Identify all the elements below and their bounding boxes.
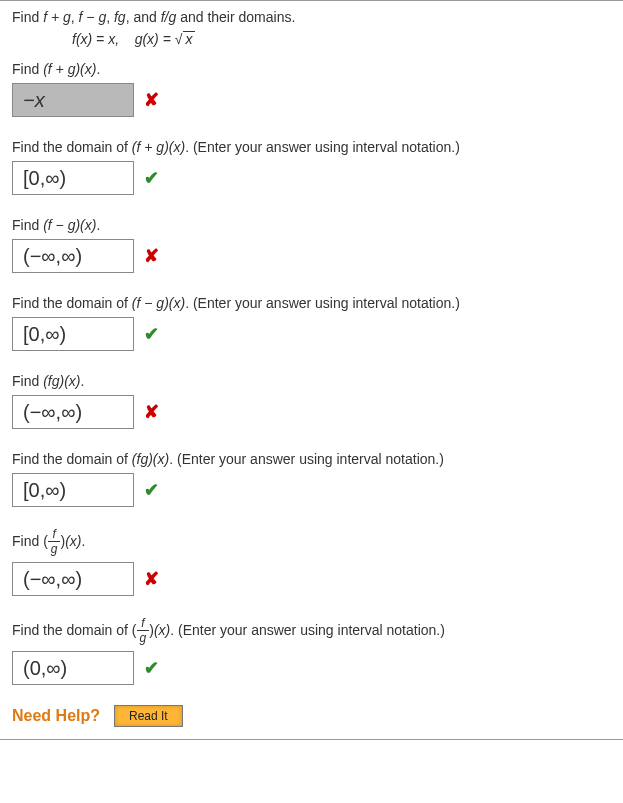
answer-row: [0,∞)✔ xyxy=(12,473,611,507)
prompt-math: (f + g)(x) xyxy=(43,61,96,77)
answer-input[interactable]: [0,∞) xyxy=(12,317,134,351)
prompt: Find the domain of (fg)(x). (Enter your … xyxy=(12,451,611,467)
prompt-suffix: . (Enter your answer using interval nota… xyxy=(170,622,445,638)
question-part: Find (f − g)(x).(−∞,∞)✘ xyxy=(12,217,611,273)
prompt-math: (f − g)(x) xyxy=(132,295,185,311)
prompt: Find (f + g)(x). xyxy=(12,61,611,77)
prompt-math: (f + g)(x) xyxy=(132,139,185,155)
function-definitions: f(x) = x, g(x) = √x xyxy=(12,31,611,47)
answer-input[interactable]: (−∞,∞) xyxy=(12,562,134,596)
prompt-prefix: Find xyxy=(12,533,43,549)
question-part: Find (f + g)(x).−x✘ xyxy=(12,61,611,117)
x-icon: ✘ xyxy=(144,568,159,590)
answer-input[interactable]: (0,∞) xyxy=(12,651,134,685)
check-icon: ✔ xyxy=(144,479,159,501)
prompt-suffix: . xyxy=(81,533,85,549)
prompt-suffix: . (Enter your answer using interval nota… xyxy=(185,139,460,155)
fraction-f-over-g: fg xyxy=(137,617,150,644)
text: , and xyxy=(126,9,161,25)
text: and their domains. xyxy=(180,9,295,25)
answer-input[interactable]: [0,∞) xyxy=(12,161,134,195)
prompt-suffix: . (Enter your answer using interval nota… xyxy=(185,295,460,311)
prompt-prefix: Find the domain of xyxy=(12,622,132,638)
prompt-math: (fg)(x) xyxy=(132,451,169,467)
need-help-label: Need Help? xyxy=(12,707,100,725)
prompt-math-tail: (x) xyxy=(154,622,170,638)
prompt-suffix: . xyxy=(80,373,84,389)
question-part: Find the domain of (fg)(x). (Enter your … xyxy=(12,451,611,507)
question-part: Find (fg)(x).(−∞,∞)✘ xyxy=(12,529,611,596)
prompt: Find the domain of (fg)(x). (Enter your … xyxy=(12,618,611,645)
prompt: Find (fg)(x). xyxy=(12,529,611,556)
prompt-prefix: Find xyxy=(12,217,43,233)
expr-fminusg: f − g xyxy=(79,9,107,25)
answer-row: (−∞,∞)✘ xyxy=(12,395,611,429)
text: , xyxy=(71,9,79,25)
prompt-prefix: Find xyxy=(12,61,43,77)
fraction-f-over-g: fg xyxy=(48,528,61,555)
expr-foverg: f/g xyxy=(161,9,177,25)
answer-row: (−∞,∞)✘ xyxy=(12,562,611,596)
question-part: Find the domain of (f + g)(x). (Enter yo… xyxy=(12,139,611,195)
question-part: Find (fg)(x).(−∞,∞)✘ xyxy=(12,373,611,429)
check-icon: ✔ xyxy=(144,323,159,345)
expr-fplusg: f + g xyxy=(43,9,71,25)
fraction-numerator: f xyxy=(137,617,150,631)
question-part: Find the domain of (fg)(x). (Enter your … xyxy=(12,618,611,685)
radicand: x xyxy=(183,31,195,46)
question-container: Find f + g, f − g, fg, and f/g and their… xyxy=(0,0,623,740)
answer-row: (0,∞)✔ xyxy=(12,651,611,685)
answer-row: −x✘ xyxy=(12,83,611,117)
answer-input[interactable]: (−∞,∞) xyxy=(12,239,134,273)
prompt-suffix: . xyxy=(96,217,100,233)
answer-row: [0,∞)✔ xyxy=(12,317,611,351)
help-row: Need Help? Read It xyxy=(12,705,611,727)
prompt-prefix: Find the domain of xyxy=(12,451,132,467)
answer-row: (−∞,∞)✘ xyxy=(12,239,611,273)
prompt-math-tail: (x) xyxy=(65,533,81,549)
prompt-math: (f − g)(x) xyxy=(43,217,96,233)
answer-row: [0,∞)✔ xyxy=(12,161,611,195)
text: Find xyxy=(12,9,43,25)
answer-input[interactable]: −x xyxy=(12,83,134,117)
prompt: Find the domain of (f + g)(x). (Enter yo… xyxy=(12,139,611,155)
answer-input[interactable]: (−∞,∞) xyxy=(12,395,134,429)
prompt: Find (fg)(x). xyxy=(12,373,611,389)
prompt-math: (fg)(x) xyxy=(43,373,80,389)
check-icon: ✔ xyxy=(144,167,159,189)
g-def-prefix: g(x) = xyxy=(135,31,175,47)
prompt: Find the domain of (f − g)(x). (Enter yo… xyxy=(12,295,611,311)
text: , xyxy=(106,9,114,25)
fraction-denominator: g xyxy=(48,542,61,555)
x-icon: ✘ xyxy=(144,89,159,111)
fraction-denominator: g xyxy=(137,631,150,644)
answer-input[interactable]: [0,∞) xyxy=(12,473,134,507)
fraction-numerator: f xyxy=(48,528,61,542)
f-def: f(x) = x, xyxy=(72,31,119,47)
prompt-prefix: Find the domain of xyxy=(12,139,132,155)
check-icon: ✔ xyxy=(144,657,159,679)
x-icon: ✘ xyxy=(144,245,159,267)
intro-line: Find f + g, f − g, fg, and f/g and their… xyxy=(12,9,611,25)
question-part: Find the domain of (f − g)(x). (Enter yo… xyxy=(12,295,611,351)
read-it-button[interactable]: Read It xyxy=(114,705,183,727)
prompt-suffix: . (Enter your answer using interval nota… xyxy=(169,451,444,467)
prompt-suffix: . xyxy=(96,61,100,77)
radical-sign: √ xyxy=(175,31,183,47)
prompt: Find (f − g)(x). xyxy=(12,217,611,233)
expr-fg: fg xyxy=(114,9,126,25)
prompt-prefix: Find the domain of xyxy=(12,295,132,311)
prompt-prefix: Find xyxy=(12,373,43,389)
x-icon: ✘ xyxy=(144,401,159,423)
